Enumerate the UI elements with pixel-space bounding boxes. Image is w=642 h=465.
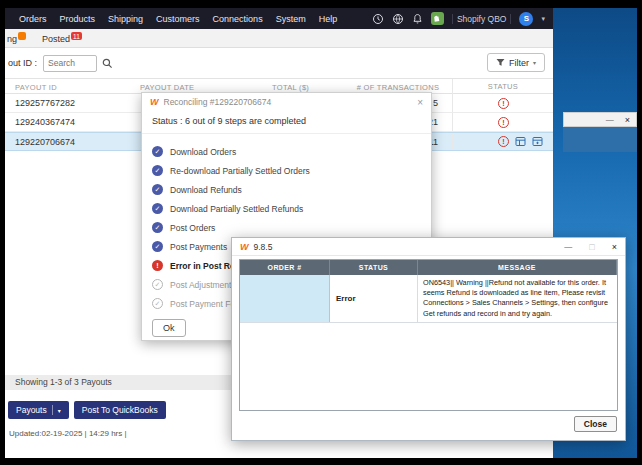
header-total: TOTAL ($) (272, 83, 344, 92)
webgility-logo-icon: W (240, 242, 249, 252)
reconcile-step: ✓ Download Refunds (152, 180, 431, 199)
step-pending-icon: ✓ (152, 279, 163, 290)
reconcile-close-icon[interactable]: × (417, 97, 423, 108)
store-name-label[interactable]: Shopify QBO (452, 14, 512, 24)
globe-icon[interactable] (392, 13, 404, 25)
minimize-icon[interactable]: — (564, 242, 572, 251)
funnel-icon (496, 58, 505, 67)
background-window-titlebar: — × (563, 112, 637, 127)
menu-item-customers[interactable]: Customers (156, 14, 200, 24)
reconcile-step: ✓ Re-download Partially Settled Orders (152, 161, 431, 180)
step-check-icon: ✓ (152, 222, 163, 233)
bg-window-close-icon[interactable]: × (625, 115, 630, 125)
payouts-button-label: Payouts (16, 405, 47, 415)
header-message: MESSAGE (418, 260, 617, 275)
menu-item-shipping[interactable]: Shipping (108, 14, 143, 24)
step-check-icon: ✓ (152, 241, 163, 252)
menu-bar: Orders Products Shipping Customers Conne… (5, 8, 553, 29)
view-log-icon[interactable] (515, 136, 526, 147)
reconcile-dialog-title: Reconciling #129220706674 (164, 97, 272, 107)
background-window-body (563, 127, 637, 152)
error-dialog-titlebar: W 9.8.5 — □ × (232, 238, 625, 256)
payouts-dropdown-button[interactable]: Payouts ▾ (8, 401, 69, 419)
menu-item-connections[interactable]: Connections (213, 14, 263, 24)
post-details-icon[interactable] (532, 136, 543, 147)
history-icon[interactable] (372, 13, 384, 25)
payouts-caret-icon: ▾ (58, 407, 61, 414)
step-pending-icon: ✓ (152, 298, 163, 309)
reconcile-step: ✓ Download Partially Settled Refunds (152, 199, 431, 218)
payout-id-label: out ID : (8, 58, 37, 68)
menu-item-system[interactable]: System (276, 14, 306, 24)
reconcile-status-text: Status : 6 out of 9 steps are completed (142, 111, 431, 134)
header-payout-id: PAYOUT ID (5, 83, 140, 92)
reconcile-dialog-titlebar: W Reconciling #129220706674 × (142, 93, 431, 111)
search-icon[interactable] (102, 58, 113, 69)
step-error-icon: ! (152, 260, 163, 271)
shopify-icon[interactable] (431, 12, 444, 25)
menu-item-help[interactable]: Help (319, 14, 338, 24)
step-check-icon: ✓ (152, 184, 163, 195)
order-cell (240, 275, 330, 322)
payout-id-cell: 129257767282 (5, 98, 140, 108)
error-dialog-title: 9.8.5 (254, 242, 273, 252)
tab-bar: ng Posted 11 (5, 29, 553, 48)
bg-window-minimize-icon[interactable]: — (606, 115, 614, 124)
screenshot-root: — × Orders Products Shipping Customers C… (0, 0, 642, 465)
error-table-header: ORDER # STATUS MESSAGE (240, 260, 617, 275)
header-status: STATUS (330, 260, 418, 275)
error-message-dialog: W 9.8.5 — □ × ORDER # STATUS MESSAGE Err… (231, 237, 626, 441)
tab-posted-badge: 11 (71, 32, 82, 40)
header-order: ORDER # (240, 260, 330, 275)
profile-caret-icon[interactable]: ▾ (541, 15, 545, 23)
header-status: STATUS (452, 79, 553, 95)
payout-id-cell: 129240367474 (5, 117, 140, 127)
tab-posted[interactable]: Posted 11 (42, 32, 82, 44)
post-button-label: Post To QuickBooks (82, 405, 158, 415)
tab-pending-label: ng (7, 34, 17, 44)
step-check-icon: ✓ (152, 165, 163, 176)
tab-posted-label: Posted (42, 34, 70, 44)
notifications-bell-icon[interactable] (412, 13, 423, 25)
search-input[interactable] (43, 55, 97, 72)
header-transactions: # OF TRANSACTIONS (344, 83, 452, 92)
status-error-icon[interactable]: ! (498, 98, 509, 109)
payout-id-cell: 129220706674 (5, 137, 140, 147)
menu-item-orders[interactable]: Orders (19, 14, 47, 24)
tab-pending[interactable]: ng (7, 32, 26, 44)
status-error-icon[interactable]: ! (498, 136, 509, 147)
menu-item-products[interactable]: Products (60, 14, 96, 24)
filter-label: Filter (509, 58, 529, 68)
menu-right-cluster: Shopify QBO S ▾ (372, 12, 545, 26)
tab-pending-badge (18, 32, 26, 40)
reconcile-step: ✓ Download Orders (152, 142, 431, 161)
background-window-fragment: — × (563, 112, 637, 152)
ok-button[interactable]: Ok (152, 319, 186, 337)
close-button[interactable]: Close (574, 416, 617, 432)
error-row[interactable]: Error ON6543|| Warning ||Refund not avai… (240, 275, 617, 323)
filter-caret-icon: ▾ (533, 59, 536, 66)
webgility-logo-icon: W (150, 97, 159, 107)
last-updated-text: Updated:02-19-2025 | 14:29 hrs | (9, 429, 127, 438)
status-error-icon[interactable]: ! (498, 117, 509, 128)
post-to-quickbooks-button[interactable]: Post To QuickBooks (74, 401, 166, 419)
close-icon[interactable]: × (612, 242, 617, 252)
button-divider (52, 405, 53, 415)
search-toolbar: out ID : Filter ▾ (5, 48, 553, 78)
step-check-icon: ✓ (152, 146, 163, 157)
maximize-icon[interactable]: □ (589, 242, 594, 252)
footer-actions: Payouts ▾ Post To QuickBooks (8, 401, 166, 419)
step-check-icon: ✓ (152, 203, 163, 214)
filter-button[interactable]: Filter ▾ (487, 53, 545, 72)
header-payout-date: PAYOUT DATE (140, 83, 272, 92)
user-avatar[interactable]: S (519, 12, 533, 26)
status-cell: Error (330, 275, 418, 322)
message-cell: ON6543|| Warning ||Refund not available … (418, 275, 617, 322)
error-table: ORDER # STATUS MESSAGE Error ON6543|| Wa… (239, 259, 618, 411)
reconcile-step: ✓ Post Orders (152, 218, 431, 237)
